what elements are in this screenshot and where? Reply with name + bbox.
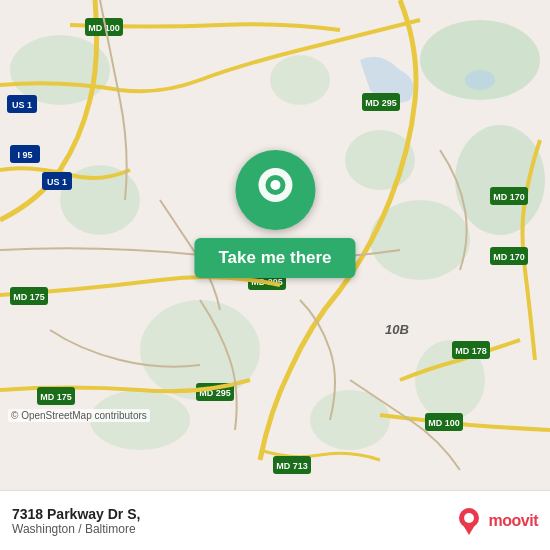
svg-point-46: [464, 513, 474, 523]
svg-text:MD 170: MD 170: [493, 252, 525, 262]
svg-text:10B: 10B: [385, 322, 409, 337]
map-container: I 95 US 1 US 1 MD 100 MD 295 MD 295 MD 2…: [0, 0, 550, 490]
moovit-brand-icon: [453, 505, 485, 537]
address-line: 7318 Parkway Dr S,: [12, 506, 140, 522]
location-pin-button[interactable]: [235, 150, 315, 230]
svg-point-12: [465, 70, 495, 90]
svg-point-10: [270, 55, 330, 105]
svg-marker-47: [463, 525, 475, 535]
take-me-there-button[interactable]: Take me there: [194, 238, 355, 278]
svg-text:MD 100: MD 100: [428, 418, 460, 428]
moovit-logo: moovit: [453, 505, 538, 537]
svg-point-44: [270, 180, 280, 190]
city-line: Washington / Baltimore: [12, 522, 140, 536]
address-block: 7318 Parkway Dr S, Washington / Baltimor…: [12, 506, 140, 536]
location-pin-icon: [256, 166, 294, 214]
svg-text:I 95: I 95: [17, 150, 32, 160]
button-container: Take me there: [194, 150, 355, 278]
svg-text:MD 170: MD 170: [493, 192, 525, 202]
svg-point-2: [455, 125, 545, 235]
svg-text:MD 178: MD 178: [455, 346, 487, 356]
svg-text:US 1: US 1: [47, 177, 67, 187]
svg-text:MD 295: MD 295: [365, 98, 397, 108]
copyright-text: © OpenStreetMap contributors: [8, 409, 150, 422]
svg-text:MD 175: MD 175: [40, 392, 72, 402]
svg-text:US 1: US 1: [12, 100, 32, 110]
svg-text:MD 713: MD 713: [276, 461, 308, 471]
svg-text:MD 175: MD 175: [13, 292, 45, 302]
moovit-brand-name: moovit: [489, 512, 538, 530]
bottom-bar: 7318 Parkway Dr S, Washington / Baltimor…: [0, 490, 550, 550]
